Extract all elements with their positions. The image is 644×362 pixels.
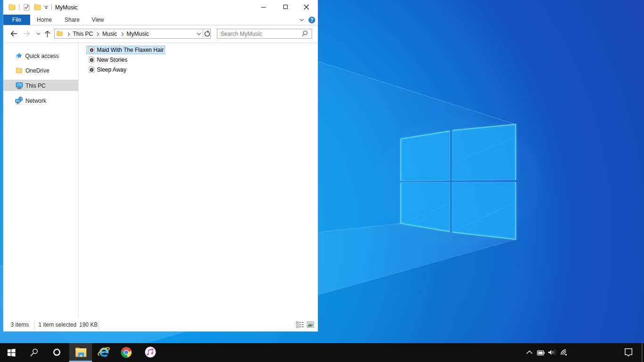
svg-text:?: ? xyxy=(310,17,313,23)
